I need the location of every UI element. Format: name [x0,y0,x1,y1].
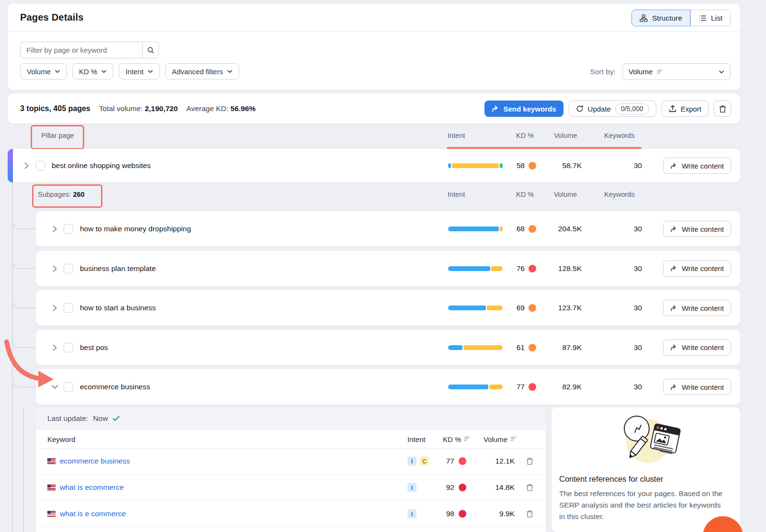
column-kd-sub: KD % [516,191,534,198]
column-kd: KD % [516,132,534,139]
intent-bar [448,163,504,168]
kd-dot [529,383,536,391]
toolbar-card: Pages Details Structure Li [8,4,740,90]
keywords-count: 30 [613,264,642,273]
row-checkbox[interactable] [64,264,73,273]
chevron-right-icon[interactable] [24,162,29,169]
write-content-label: Write content [682,383,724,391]
keywords-count: 30 [613,161,642,170]
write-content-button[interactable]: Write content [663,221,731,237]
write-content-button[interactable]: Write content [663,379,731,395]
intent-badges: I [407,509,417,519]
subpage-title: ecommerce business [80,383,150,391]
keyword-rows: ecommerce business IC 77 12.1K what is e… [36,448,546,527]
chevron-down-icon [147,69,153,73]
keyword-link[interactable]: what is ecommerce [47,483,124,492]
keywords-count: 30 [613,383,642,391]
volume-value: 14.8K [476,483,515,492]
subpage-row[interactable]: best pos 61 87.9K 30 Write content [36,330,740,365]
intent-badge-I: I [407,509,417,519]
pillar-page-row[interactable]: best online shopping websites 58 58.7K 3… [8,149,740,182]
write-content-button[interactable]: Write content [663,260,731,277]
update-button[interactable]: Update 0/5,000 [569,101,656,117]
column-intent-sub: Intent [448,191,465,198]
row-checkbox[interactable] [64,303,73,313]
subpage-title: how to start a business [80,304,156,312]
content-references-card: Content references for cluster The best … [552,407,740,532]
row-checkbox[interactable] [64,224,73,234]
kd-value: 69 [517,304,525,312]
trash-icon[interactable] [526,457,533,465]
chevron-right-icon[interactable] [53,226,57,232]
filter-chip-kd-[interactable]: KD % [72,63,113,79]
write-content-label: Write content [682,304,724,312]
chevron-right-icon[interactable] [53,265,57,272]
search-button[interactable] [142,42,159,58]
write-content-button[interactable]: Write content [663,300,731,316]
subpage-row[interactable]: how to make money dropshipping 68 204.5K… [36,211,740,247]
write-arrow-icon [670,265,677,272]
write-arrow-icon [670,384,677,390]
send-keywords-label: Send keywords [504,105,556,113]
kd-value: 61 [517,343,525,352]
write-content-button[interactable]: Write content [663,158,731,174]
title-row: Pages Details Structure Li [8,4,740,32]
sort-desc-icon [657,69,663,74]
volume-value: 123.7K [539,304,582,312]
filter-chip-intent[interactable]: Intent [119,63,160,79]
subpage-row[interactable]: how to start a business 69 123.7K 30 Wri… [36,290,740,326]
subpage-row[interactable]: business plan template 76 128.5K 30 Writ… [36,251,740,286]
kd-dot [459,484,466,491]
filter-chip-volume[interactable]: Volume [20,63,67,79]
list-toggle-button[interactable]: List [690,10,731,26]
row-checkbox[interactable] [35,161,45,170]
send-keywords-button[interactable]: Send keywords [484,101,563,117]
volume-column-label[interactable]: Volume [484,435,517,443]
delete-button[interactable] [714,101,731,117]
kd-cell: 58 [498,161,536,170]
keyword-link[interactable]: ecommerce business [47,457,130,465]
tree-connector-line-child [23,407,24,532]
bulb-pencil-illustration [610,411,682,471]
update-label: Update [588,105,611,113]
intent-bar [448,266,504,271]
check-icon [113,416,120,421]
trash-icon[interactable] [526,484,533,492]
column-volume: Volume [554,132,577,139]
volume-value: 82.9K [539,383,582,391]
volume-value: 87.9K [539,343,582,352]
trash-icon[interactable] [526,510,533,518]
write-content-label: Write content [682,343,724,351]
write-content-button[interactable]: Write content [663,340,731,356]
us-flag-icon [47,511,56,517]
keyword-row: ecommerce business IC 77 12.1K [36,448,546,475]
keyword-link[interactable]: what is e commerce [47,509,126,518]
kd-dot [529,344,536,351]
sort-desc-icon [464,437,470,441]
keyword-row: what is ecommerce I 92 14.8K [36,475,546,501]
filter-chip-advanced-filters[interactable]: Advanced filters [165,63,239,79]
kd-cell: 98 [428,509,466,518]
topics-pages-count: 3 topics, 405 pages [20,104,90,113]
volume-value: 12.1K [476,457,515,465]
kd-value: 98 [446,509,454,518]
update-quota-badge: 0/5,000 [615,103,649,114]
search-icon [147,46,155,54]
kd-column-label[interactable]: KD % [443,435,470,443]
write-content-label: Write content [682,225,724,233]
volume-value: 128.5K [539,264,582,273]
export-label: Export [681,105,701,113]
us-flag-icon [47,485,56,490]
summary-bar: 3 topics, 405 pages Total volume: 2,190,… [8,94,740,124]
sort-desc-icon [510,437,517,441]
search-input[interactable] [20,42,142,58]
view-toggle: Structure List [631,10,731,26]
sort-select[interactable]: Volume [622,63,731,80]
export-button[interactable]: Export [662,101,709,117]
subpage-row[interactable]: ecommerce business 77 82.9K 30 Write con… [36,369,740,405]
trash-icon [719,105,726,113]
write-arrow-icon [670,226,677,232]
chevron-right-icon[interactable] [53,305,57,311]
structure-toggle-button[interactable]: Structure [631,10,690,26]
chevron-down-icon [55,69,60,73]
